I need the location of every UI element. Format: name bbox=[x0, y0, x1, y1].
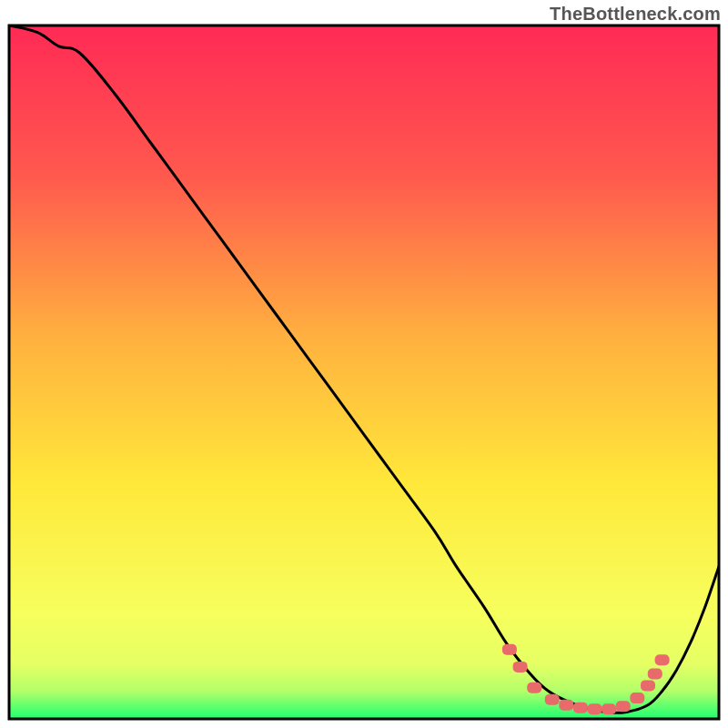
marker-dot bbox=[641, 680, 655, 691]
bottleneck-chart bbox=[0, 0, 728, 728]
marker-dot bbox=[527, 682, 541, 693]
plot-background bbox=[9, 25, 719, 719]
marker-dot bbox=[559, 700, 573, 711]
marker-dot bbox=[545, 694, 560, 705]
marker-dot bbox=[573, 703, 588, 713]
marker-dot bbox=[616, 701, 631, 712]
marker-dot bbox=[502, 644, 517, 655]
marker-dot bbox=[648, 669, 662, 680]
marker-dot bbox=[513, 662, 528, 672]
marker-dot bbox=[655, 654, 670, 665]
marker-dot bbox=[630, 693, 644, 703]
attribution-label: TheBottleneck.com bbox=[550, 4, 721, 25]
marker-dot bbox=[602, 703, 616, 714]
marker-dot bbox=[588, 703, 602, 714]
chart-container: TheBottleneck.com bbox=[0, 0, 728, 728]
